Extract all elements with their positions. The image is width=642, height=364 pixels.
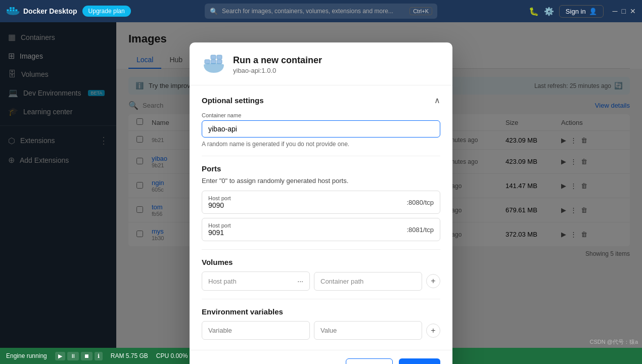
topbar: Docker Desktop Upgrade plan 🔍 Search for… bbox=[0, 0, 642, 22]
browse-button[interactable]: ··· bbox=[297, 277, 303, 285]
divider bbox=[202, 299, 440, 299]
modal-title: Run a new container bbox=[233, 55, 322, 66]
container-path-label: Container path bbox=[320, 278, 363, 285]
port-row: Host port 9091 :8081/tcp bbox=[202, 218, 440, 241]
pause-button[interactable]: ⏸ bbox=[67, 352, 79, 360]
container-path-field: Container path bbox=[314, 272, 422, 291]
close-button[interactable]: ✕ bbox=[630, 7, 636, 15]
modal-overlay: Run a new container yibao-api:1.0.0 Opti… bbox=[0, 22, 642, 348]
svg-rect-6 bbox=[205, 60, 210, 64]
host-path-label: Host path bbox=[208, 278, 237, 285]
run-container-modal: Run a new container yibao-api:1.0.0 Opti… bbox=[190, 42, 452, 364]
svg-rect-7 bbox=[211, 60, 216, 64]
container-name-label: Container name bbox=[202, 112, 440, 118]
modal-title-group: Run a new container yibao-api:1.0.0 bbox=[233, 55, 322, 74]
cpu-label: CPU 0.00% bbox=[156, 352, 188, 359]
port-row: Host port 9090 :8080/tcp bbox=[202, 191, 440, 214]
user-icon: 👤 bbox=[589, 8, 597, 15]
port-label: Host port bbox=[208, 195, 231, 201]
svg-rect-3 bbox=[10, 7, 12, 9]
topbar-right: 🐛 ⚙️ Sign in 👤 ─ □ ✕ bbox=[529, 5, 636, 18]
optional-settings-title: Optional settings bbox=[202, 96, 264, 105]
volumes-row: Host path ··· Container path + bbox=[202, 271, 440, 291]
modal-footer: Cancel Run bbox=[190, 350, 452, 364]
variable-input[interactable] bbox=[202, 321, 310, 340]
watermark: CSDN @代号：猿a bbox=[589, 338, 638, 346]
env-title: Environment variables bbox=[202, 307, 440, 316]
env-section: Environment variables + bbox=[202, 307, 440, 340]
global-search[interactable]: 🔍 Search for images, containers, volumes… bbox=[205, 4, 437, 19]
play-button[interactable]: ▶ bbox=[55, 352, 65, 360]
ports-section: Ports Enter "0" to assign randomly gener… bbox=[202, 164, 440, 241]
minimize-button[interactable]: ─ bbox=[613, 7, 618, 15]
add-env-button[interactable]: + bbox=[426, 324, 440, 338]
svg-rect-1 bbox=[10, 10, 12, 12]
bug-icon[interactable]: 🐛 bbox=[529, 7, 539, 16]
svg-rect-9 bbox=[211, 55, 216, 59]
cancel-button[interactable]: Cancel bbox=[346, 358, 393, 364]
modal-container-icon bbox=[202, 53, 226, 77]
app-name: Docker Desktop bbox=[23, 7, 77, 15]
search-placeholder-text: Search for images, containers, volumes, … bbox=[222, 8, 393, 15]
optional-settings-header: Optional settings ∧ bbox=[202, 96, 440, 105]
svg-rect-4 bbox=[13, 7, 15, 9]
upgrade-button[interactable]: Upgrade plan bbox=[82, 6, 131, 17]
engine-controls: ▶ ⏸ ⏹ ℹ bbox=[55, 352, 103, 360]
svg-rect-2 bbox=[13, 10, 15, 12]
docker-icon bbox=[6, 6, 20, 17]
add-volume-button[interactable]: + bbox=[426, 274, 440, 288]
ports-hint: Enter "0" to assign randomly generated h… bbox=[202, 177, 440, 185]
divider bbox=[202, 156, 440, 156]
port-value: 9091 bbox=[208, 229, 231, 237]
info-button[interactable]: ℹ bbox=[95, 352, 103, 360]
host-path-field: Host path ··· bbox=[202, 271, 310, 291]
value-input[interactable] bbox=[314, 321, 422, 340]
container-name-group: Container name A random name is generate… bbox=[202, 112, 440, 148]
ram-label: RAM 5.75 GB bbox=[111, 352, 148, 359]
port-label-group: Host port 9090 bbox=[208, 195, 231, 209]
port-value: 9090 bbox=[208, 201, 231, 209]
volumes-section: Volumes Host path ··· Container path + bbox=[202, 258, 440, 291]
container-name-input[interactable] bbox=[202, 120, 440, 138]
signin-button[interactable]: Sign in 👤 bbox=[559, 5, 604, 18]
maximize-button[interactable]: □ bbox=[622, 7, 626, 15]
svg-rect-8 bbox=[217, 60, 222, 64]
volumes-title: Volumes bbox=[202, 258, 440, 266]
stop-button[interactable]: ⏹ bbox=[81, 352, 93, 360]
port-label: Host port bbox=[208, 222, 231, 229]
svg-rect-5 bbox=[15, 10, 17, 12]
modal-subtitle: yibao-api:1.0.0 bbox=[233, 67, 322, 74]
collapse-button[interactable]: ∧ bbox=[434, 96, 440, 105]
env-row: + bbox=[202, 321, 440, 340]
modal-body: Optional settings ∧ Container name A ran… bbox=[190, 85, 452, 350]
window-controls: ─ □ ✕ bbox=[613, 7, 636, 15]
shortcut-badge: Ctrl+K bbox=[409, 7, 432, 15]
modal-header: Run a new container yibao-api:1.0.0 bbox=[190, 42, 452, 85]
search-icon: 🔍 bbox=[210, 8, 218, 15]
svg-rect-10 bbox=[217, 55, 222, 59]
svg-rect-0 bbox=[7, 10, 9, 12]
signin-label: Sign in bbox=[566, 8, 586, 15]
run-button[interactable]: Run bbox=[399, 358, 440, 364]
port-mapping: :8081/tcp bbox=[407, 226, 434, 234]
engine-status-label: Engine running bbox=[6, 352, 47, 359]
app-logo: Docker Desktop bbox=[6, 6, 77, 17]
ports-title: Ports bbox=[202, 164, 440, 173]
divider bbox=[202, 249, 440, 250]
settings-icon[interactable]: ⚙️ bbox=[544, 7, 554, 16]
container-name-hint: A random name is generated if you do not… bbox=[202, 141, 440, 148]
port-label-group: Host port 9091 bbox=[208, 222, 231, 237]
port-mapping: :8080/tcp bbox=[407, 199, 434, 206]
